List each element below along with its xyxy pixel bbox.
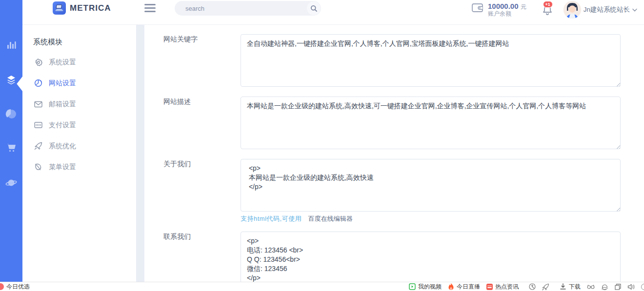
taskbar-right-cluster: 我的视频 今日直播 热点资讯 下载 (409, 282, 644, 291)
notification-badge: +1 (543, 1, 553, 8)
incognito-button[interactable] (587, 284, 595, 290)
sidebar-item-label: 系统优化 (49, 142, 76, 151)
brand-name: METRICA (70, 3, 111, 13)
window-restore-icon (615, 284, 621, 290)
download-label: 下载 (569, 283, 581, 291)
balance-amount: 10000.00 (488, 2, 519, 10)
download-icon (560, 283, 566, 290)
about-textarea[interactable]: <p> 本网站是一款企业级的建站系统,高效快速 </p> (241, 159, 621, 212)
hot-news-icon (486, 284, 493, 290)
cart-icon[interactable] (0, 141, 22, 153)
sidebar-content-divider (136, 25, 144, 282)
website-settings-form: 网站关键字 全自动建站神器,一键搭建企业官网,个人博客,个人官网,宝塔面板建站系… (144, 25, 644, 282)
notifications-button[interactable]: +1 (542, 4, 553, 16)
field-label-keywords: 网站关键字 (163, 35, 198, 44)
speaker-icon (627, 284, 635, 290)
sidebar-item-payment-settings[interactable]: 支付设置 (22, 115, 136, 136)
clipped-edge-button[interactable] (641, 284, 644, 290)
pie-icon (34, 79, 42, 87)
username: Jn建站系统站长 (584, 5, 630, 14)
sidebar-item-menu-settings[interactable]: 菜单设置 (22, 156, 136, 177)
top-header: METRICA 10000.00 元 账户余额 (22, 0, 644, 25)
clipped-circle-icon (641, 284, 644, 290)
hot-news-item[interactable]: 热点资讯 (486, 283, 519, 291)
flame-icon (448, 283, 454, 291)
speed-boost-button[interactable] (529, 283, 536, 290)
module-sidebar: 系统模块 系统设置 网站设置 邮箱设置 (22, 25, 136, 282)
sidebar-menu: 系统设置 网站设置 邮箱设置 支付设置 (22, 52, 136, 177)
chevron-down-icon (632, 8, 637, 12)
daily-picks-item[interactable]: 今日优选 (0, 282, 30, 291)
daily-picks-label: 今日优选 (6, 283, 30, 291)
volume-button[interactable] (627, 284, 635, 290)
pie-chart-icon[interactable] (0, 108, 22, 120)
search-bar (175, 1, 321, 16)
sidebar-item-label: 系统设置 (49, 58, 76, 67)
pen-leaf-icon (34, 163, 42, 171)
sidebar-section-title: 系统模块 (33, 38, 62, 47)
user-menu[interactable]: Jn建站系统站长 (564, 1, 637, 19)
browser-taskbar: 今日优选 我的视频 今日直播 热点资讯 下载 (0, 282, 644, 291)
card-icon (34, 122, 42, 128)
brand-logo[interactable]: METRICA (53, 1, 111, 15)
header-right-cluster: 10000.00 元 账户余额 +1 (471, 0, 637, 19)
rocket-icon (542, 283, 549, 291)
field-label-about: 关于我们 (163, 160, 191, 169)
keywords-textarea[interactable]: 全自动建站神器,一键搭建企业官网,个人博客,个人官网,宝塔面板建站系统,一键搭建… (241, 34, 621, 87)
mail-icon (34, 101, 42, 108)
rocket-icon (34, 142, 42, 150)
sidebar-item-mail-settings[interactable]: 邮箱设置 (22, 94, 136, 115)
ie-compat-button[interactable] (601, 284, 608, 290)
sidebar-item-label: 邮箱设置 (49, 100, 76, 109)
description-textarea[interactable]: 本网站是一款企业级的建站系统,高效快速,可一键搭建企业官网,企业博客,企业宣传网… (241, 97, 621, 149)
sidebar-item-label: 网站设置 (49, 79, 76, 88)
bar-chart-icon[interactable] (0, 40, 22, 51)
window-restore-button[interactable] (615, 284, 621, 290)
icon-rail (0, 0, 22, 282)
my-videos-item[interactable]: 我的视频 (409, 283, 442, 291)
hot-news-label: 热点资讯 (495, 283, 519, 291)
play-video-icon (409, 283, 416, 290)
planet-icon[interactable] (0, 177, 22, 189)
wallet-icon (471, 2, 484, 14)
sidebar-item-website-settings[interactable]: 网站设置 (22, 73, 136, 94)
live-today-label: 今日直播 (457, 283, 480, 291)
field-label-description: 网站描述 (163, 97, 191, 106)
laptop-icon (53, 1, 66, 15)
speed-boost-icon (529, 283, 536, 290)
about-helper: 支持html代码,可使用 百度在线编辑器 (241, 214, 353, 223)
menu-toggle-icon[interactable] (144, 4, 156, 14)
ie-mode-icon (601, 284, 608, 290)
contact-textarea[interactable]: <p> 电话: 123456 <br> Q Q: 123456<br> 微信: … (241, 232, 621, 282)
sidebar-item-system-optimize[interactable]: 系统优化 (22, 136, 136, 156)
search-input[interactable] (175, 5, 307, 12)
daily-picks-icon (0, 283, 4, 290)
sidebar-item-label: 支付设置 (49, 121, 76, 130)
sidebar-item-system-settings[interactable]: 系统设置 (22, 52, 136, 73)
gear-icon (34, 58, 42, 66)
baidu-editor-link[interactable]: 百度在线编辑器 (308, 215, 353, 222)
html-support-hint: 支持html代码,可使用 (241, 215, 302, 222)
my-videos-label: 我的视频 (418, 283, 442, 291)
browser-rocket-button[interactable] (542, 283, 549, 291)
sidebar-item-label: 菜单设置 (49, 163, 76, 172)
field-label-contact: 联系我们 (163, 233, 191, 241)
balance-label: 账户余额 (488, 11, 526, 18)
avatar (564, 1, 581, 19)
account-balance[interactable]: 10000.00 元 账户余额 (471, 2, 526, 18)
balance-currency: 元 (521, 3, 526, 10)
search-icon[interactable] (307, 1, 321, 15)
incognito-glasses-icon (587, 284, 595, 290)
app-window: METRICA 10000.00 元 账户余额 (0, 0, 644, 291)
live-today-item[interactable]: 今日直播 (448, 283, 480, 291)
download-item[interactable]: 下载 (560, 283, 581, 291)
